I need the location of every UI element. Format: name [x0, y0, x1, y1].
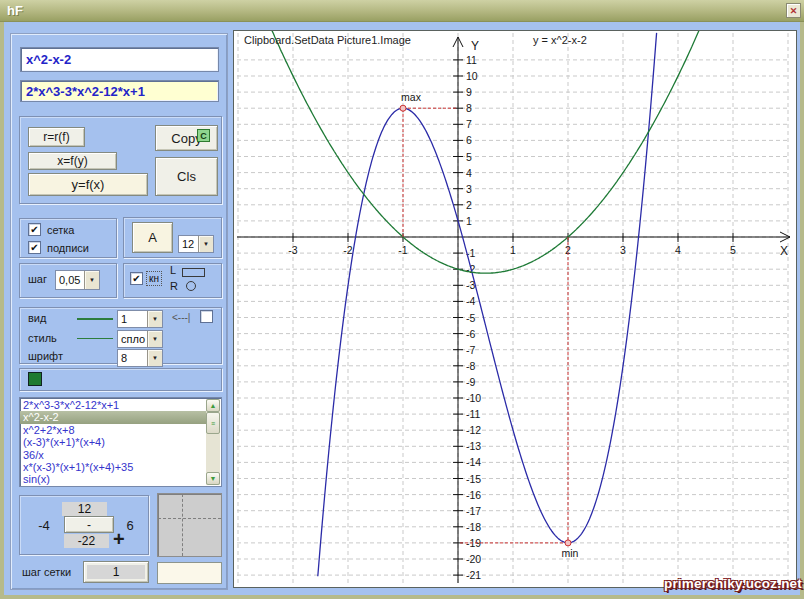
active-function-input[interactable]: x^2-x-2	[20, 47, 219, 72]
check-icon: ✔	[30, 225, 38, 235]
zoom-in-button[interactable]: +	[113, 528, 125, 551]
scroll-up-icon: ▲	[210, 402, 217, 409]
y-tick-label: -9	[466, 376, 475, 388]
copy-badge-letter: C	[200, 131, 207, 141]
y-tick-label: -20	[466, 553, 481, 565]
plot-canvas[interactable]: XY-3-2-1123451110987654321-1-2-3-4-5-6-7…	[233, 30, 797, 588]
window-border-right	[800, 22, 804, 599]
axes-preview	[157, 493, 222, 557]
curve-2*x^3-3*x^2-12*x+1	[318, 33, 657, 576]
width-value: 1	[118, 311, 147, 327]
copy-clipboard-icon: C	[197, 129, 210, 142]
chevron-down-icon: ▼	[147, 311, 162, 327]
label-font-dropdown[interactable]: 8 ▼	[117, 349, 163, 367]
r-equals-rf-button[interactable]: r=r(f)	[28, 127, 85, 147]
y-tick-label: 8	[466, 102, 472, 114]
y-tick-label: -21	[466, 569, 481, 581]
watermark: primerchiky.ucoz.net	[648, 576, 802, 591]
style-row-label: стиль	[28, 332, 57, 344]
cls-label: Cls	[177, 169, 196, 184]
kn-checkbox[interactable]: ✔	[130, 272, 143, 285]
y-equals-fx-label: y=f(x)	[72, 177, 105, 192]
title-bar[interactable]: hF ✕	[0, 0, 804, 22]
cls-button[interactable]: Cls	[155, 157, 218, 196]
preview-function-input[interactable]: 2*x^3-3*x^2-12*x+1	[20, 80, 219, 102]
y-tick-label: -19	[466, 537, 481, 549]
kn-label: кн	[146, 271, 162, 286]
step-dropdown[interactable]: 0,05 ▼	[55, 270, 100, 290]
chevron-down-icon: ▼	[84, 271, 99, 289]
extra-checkbox[interactable]	[200, 310, 213, 323]
grid-step-box[interactable]: 1	[83, 561, 149, 583]
label-font-value: 8	[118, 350, 147, 366]
y-tick-label: 2	[466, 199, 472, 211]
left-option-label: L	[170, 264, 176, 276]
function-list-item[interactable]: (x-3)*(x+1)*(x+4)	[20, 436, 206, 448]
function-list-item[interactable]: x^2-x-2	[20, 411, 206, 423]
function-list: 2*x^3-3*x^2-12*x+1x^2-x-2x^2+2*x+8(x-3)*…	[20, 399, 206, 486]
function-list-item[interactable]: 36/x	[20, 449, 206, 461]
scroll-down-button[interactable]: ▼	[206, 472, 220, 485]
y-equals-fx-button[interactable]: y=f(x)	[28, 173, 148, 196]
y-tick-label: 1	[466, 215, 472, 227]
extremum-label: min	[562, 547, 579, 559]
labels-checkbox-label: подписи	[47, 242, 89, 254]
x-equals-fy-button[interactable]: x=f(y)	[28, 152, 117, 170]
chevron-down-icon: ▼	[198, 236, 213, 252]
scroll-thumb[interactable]: ≡	[206, 412, 220, 434]
range-top-value: 12	[62, 502, 107, 516]
y-tick-label: 3	[466, 183, 472, 195]
curve-color-swatch[interactable]	[28, 372, 42, 386]
rectangle-shape-icon[interactable]	[182, 268, 205, 277]
y-tick-label: -5	[466, 312, 475, 324]
function-list-item[interactable]: 2*x^3-3*x^2-12*x+1	[20, 399, 206, 411]
style-preview-line	[77, 338, 113, 339]
labels-checkbox[interactable]: ✔	[28, 241, 41, 254]
y-tick-label: 7	[466, 118, 472, 130]
x-equals-fy-label: x=f(y)	[57, 154, 87, 168]
check-icon: ✔	[132, 274, 140, 284]
grid-step-label: шаг сетки	[22, 566, 71, 578]
function-listbox[interactable]: 2*x^3-3*x^2-12*x+1x^2-x-2x^2+2*x+8(x-3)*…	[19, 397, 222, 487]
y-tick-label: -14	[466, 456, 481, 468]
grid-checkbox-label: сетка	[47, 224, 74, 236]
close-button[interactable]: ✕	[786, 3, 801, 18]
y-tick-label: 9	[466, 86, 472, 98]
preview-vaxis	[182, 494, 183, 556]
window-title: hF	[7, 3, 23, 18]
close-icon: ✕	[790, 6, 798, 16]
circle-shape-icon[interactable]	[186, 281, 196, 291]
window-border-bottom	[0, 595, 804, 599]
x-tick-label: 1	[510, 244, 516, 256]
width-preview-line	[77, 318, 113, 320]
chevron-down-icon: ▼	[147, 350, 162, 366]
y-tick-label: 11	[466, 54, 477, 66]
font-size-dropdown[interactable]: 12 ▼	[178, 235, 214, 253]
font-button-label: A	[148, 230, 157, 245]
style-dropdown[interactable]: спло ▼	[117, 330, 163, 348]
font-button[interactable]: A	[132, 222, 173, 253]
x-axis-name: X	[780, 244, 788, 258]
width-dropdown[interactable]: 1 ▼	[117, 310, 163, 328]
y-tick-label: -16	[466, 489, 481, 501]
app-window: hF ✕ x^2-x-2 2*x^3-3*x^2-12*x+1 r=r(f) C…	[0, 0, 804, 599]
function-list-item[interactable]: x*(x-3)*(x+1)*(x+4)+35	[20, 461, 206, 473]
y-tick-label: -18	[466, 521, 481, 533]
minus-icon: -	[87, 518, 91, 532]
y-tick-label: -8	[466, 360, 475, 372]
scroll-up-button[interactable]: ▲	[206, 399, 220, 412]
preview-haxis	[158, 518, 221, 519]
y-tick-label: -4	[466, 295, 475, 307]
list-scrollbar[interactable]: ▲ ≡ ▼	[206, 399, 220, 485]
grid-checkbox[interactable]: ✔	[28, 223, 41, 236]
function-list-item[interactable]: sin(x)	[20, 473, 206, 485]
y-axis-name: Y	[471, 39, 479, 53]
zoom-out-button[interactable]: -	[64, 516, 114, 533]
y-tick-label: -11	[466, 408, 481, 420]
chevron-down-icon: ▼	[147, 331, 162, 347]
r-equals-rf-label: r=r(f)	[43, 130, 69, 144]
thumb-grip-icon: ≡	[211, 420, 215, 427]
y-tick-label: -6	[466, 328, 475, 340]
function-list-item[interactable]: x^2+2*x+8	[20, 424, 206, 436]
width-row-label: вид	[28, 312, 46, 324]
